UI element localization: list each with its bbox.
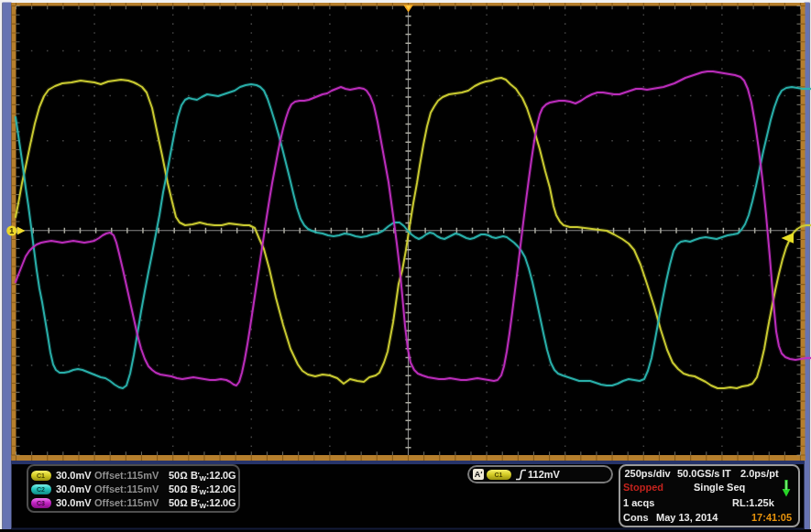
svg-text:1: 1 bbox=[9, 226, 14, 235]
